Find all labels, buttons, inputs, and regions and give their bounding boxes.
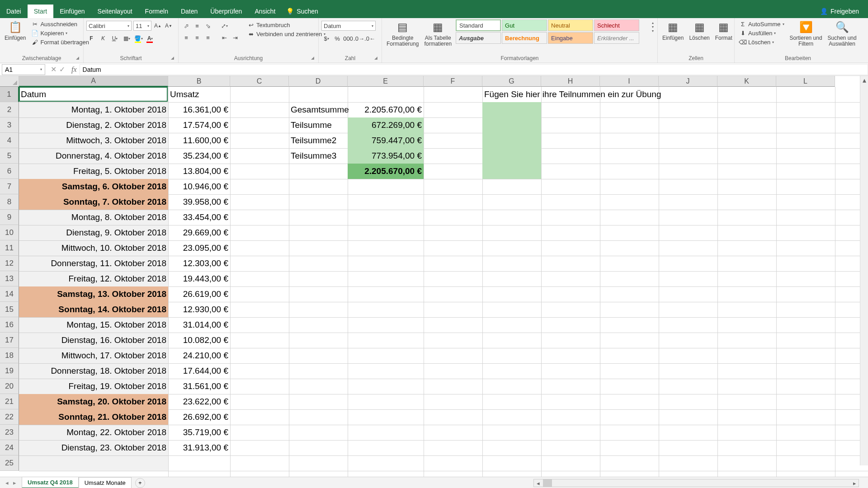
font-color-button[interactable]: A▾ xyxy=(145,33,155,43)
tab-formeln[interactable]: Formeln xyxy=(139,5,175,18)
formula-bar[interactable]: Datum xyxy=(80,64,868,75)
row-header-7[interactable]: 7 xyxy=(0,179,19,194)
cell-A2[interactable]: Montag, 1. Oktober 2018 xyxy=(19,102,168,117)
row-header-17[interactable]: 17 xyxy=(0,333,19,348)
cell-B11[interactable]: 23.095,00 € xyxy=(168,240,230,256)
cell-styles-gallery[interactable]: Standard Gut Neutral Schlecht Ausgabe Be… xyxy=(455,19,649,44)
cell-A16[interactable]: Montag, 15. Oktober 2018 xyxy=(19,317,168,333)
align-right-button[interactable]: ≡ xyxy=(203,33,213,42)
cell-A13[interactable]: Freitag, 12. Oktober 2018 xyxy=(19,271,168,286)
cell-E3[interactable]: 672.269,00 € xyxy=(348,117,424,133)
column-header-F[interactable]: F xyxy=(424,76,482,87)
font-size-combo[interactable]: 11▾ xyxy=(133,21,151,31)
align-center-button[interactable]: ≡ xyxy=(192,33,202,42)
cell-E2[interactable]: 2.205.670,00 € xyxy=(348,102,424,117)
row-header-6[interactable]: 6 xyxy=(0,164,19,179)
cell-E4[interactable]: 759.447,00 € xyxy=(348,133,424,148)
column-header-C[interactable]: C xyxy=(230,76,289,87)
row-header-21[interactable]: 21 xyxy=(0,394,19,409)
cell-B12[interactable]: 12.303,00 € xyxy=(168,256,230,271)
column-header-J[interactable]: J xyxy=(659,76,717,87)
paste-button[interactable]: 📋 Einfügen xyxy=(3,19,28,42)
style-erklaerender[interactable]: Erklärender ... xyxy=(594,32,639,44)
row-header-15[interactable]: 15 xyxy=(0,302,19,317)
delete-cells-button[interactable]: ▦Löschen xyxy=(687,19,711,42)
style-standard[interactable]: Standard xyxy=(456,19,501,31)
name-box[interactable]: A1▾ xyxy=(2,64,45,75)
cell-A12[interactable]: Donnerstag, 11. Oktober 2018 xyxy=(19,256,168,271)
scroll-up-arrow[interactable]: ▴ xyxy=(860,76,868,84)
column-header-A[interactable]: A xyxy=(19,76,168,87)
cut-button[interactable]: ✂Ausschneiden xyxy=(29,20,91,28)
row-header-13[interactable]: 13 xyxy=(0,271,19,286)
format-painter-button[interactable]: 🖌Format übertragen xyxy=(29,38,91,46)
alignment-dialog-launcher[interactable]: ◢ xyxy=(311,56,316,61)
borders-button[interactable]: ▦▾ xyxy=(122,33,132,43)
row-header-8[interactable]: 8 xyxy=(0,194,19,210)
tell-me-search[interactable]: 💡 Suchen xyxy=(282,5,322,18)
worksheet-grid[interactable]: ABCDEFGHIJKL 123456789101112131415161718… xyxy=(0,76,868,477)
row-header-5[interactable]: 5 xyxy=(0,148,19,164)
clear-button[interactable]: ⌫Löschen▾ xyxy=(737,38,786,46)
select-all-corner[interactable] xyxy=(0,76,19,87)
increase-indent-button[interactable]: ⇥ xyxy=(230,33,240,42)
cell-B10[interactable]: 29.669,00 € xyxy=(168,225,230,240)
vertical-scrollbar[interactable]: ▴ xyxy=(860,76,868,465)
fill-button[interactable]: ⬇Ausfüllen▾ xyxy=(737,29,786,37)
percent-format-button[interactable]: % xyxy=(332,33,342,43)
format-cells-button[interactable]: ▦Format xyxy=(713,19,734,42)
cell-B1[interactable]: Umsatz xyxy=(168,87,230,102)
cell-B9[interactable]: 33.454,00 € xyxy=(168,210,230,225)
row-header-23[interactable]: 23 xyxy=(0,425,19,440)
cell-B19[interactable]: 17.644,00 € xyxy=(168,363,230,379)
cell-A24[interactable]: Dienstag, 23. Oktober 2018 xyxy=(19,440,168,455)
wrap-text-button[interactable]: ↩Textumbruch xyxy=(245,21,327,29)
orientation-button[interactable]: ⤢▾ xyxy=(219,21,229,31)
cell-A11[interactable]: Mittwoch, 10. Oktober 2018 xyxy=(19,240,168,256)
cell-A5[interactable]: Donnerstag, 4. Oktober 2018 xyxy=(19,148,168,164)
row-header-3[interactable]: 3 xyxy=(0,117,19,133)
accept-formula-button[interactable]: ✓ xyxy=(59,65,65,74)
cell-D3[interactable]: Teilsumme xyxy=(289,117,348,133)
fill-color-button[interactable]: 🪣▾ xyxy=(133,33,143,43)
column-header-E[interactable]: E xyxy=(348,76,424,87)
cell-B24[interactable]: 31.913,00 € xyxy=(168,440,230,455)
row-header-1[interactable]: 1 xyxy=(0,87,19,102)
tab-einfuegen[interactable]: Einfügen xyxy=(53,5,91,18)
cell-D5[interactable]: Teilsumme3 xyxy=(289,148,348,164)
row-header-4[interactable]: 4 xyxy=(0,133,19,148)
style-neutral[interactable]: Neutral xyxy=(548,19,593,31)
sort-filter-button[interactable]: 🔽Sortieren und Filtern xyxy=(788,19,824,48)
column-header-K[interactable]: K xyxy=(717,76,776,87)
cell-E5[interactable]: 773.954,00 € xyxy=(348,148,424,164)
cell-A20[interactable]: Freitag, 19. Oktober 2018 xyxy=(19,379,168,394)
sheet-nav-first[interactable]: ◂ xyxy=(5,479,9,486)
cell-B7[interactable]: 10.946,00 € xyxy=(168,179,230,194)
styles-more[interactable]: ▾ xyxy=(652,29,654,33)
font-name-combo[interactable]: Calibri▾ xyxy=(86,21,132,31)
cell-D4[interactable]: Teilsumme2 xyxy=(289,133,348,148)
sheet-tab-active[interactable]: Umsatz Q4 2018 xyxy=(22,477,79,488)
merge-center-button[interactable]: ⬌Verbinden und zentrieren▾ xyxy=(245,30,327,38)
column-header-G[interactable]: G xyxy=(482,76,541,87)
cell-B15[interactable]: 12.930,00 € xyxy=(168,302,230,317)
decrease-decimal-button[interactable]: .0← xyxy=(365,33,375,43)
cell-B6[interactable]: 13.804,00 € xyxy=(168,164,230,179)
row-header-11[interactable]: 11 xyxy=(0,240,19,256)
tab-ueberpruefen[interactable]: Überprüfen xyxy=(204,5,248,18)
cell-B20[interactable]: 31.561,00 € xyxy=(168,379,230,394)
bold-button[interactable]: F xyxy=(86,33,96,43)
cell-A7[interactable]: Samstag, 6. Oktober 2018 xyxy=(19,179,168,194)
cell-B14[interactable]: 26.619,00 € xyxy=(168,286,230,302)
style-gut[interactable]: Gut xyxy=(502,19,547,31)
find-select-button[interactable]: 🔍Suchen und Auswählen xyxy=(826,19,859,48)
horizontal-scrollbar[interactable]: ◂▸ xyxy=(533,479,859,487)
cell-G3[interactable] xyxy=(482,117,541,133)
font-dialog-launcher[interactable]: ◢ xyxy=(171,56,176,61)
align-bottom-button[interactable]: ⬂ xyxy=(203,21,213,31)
row-header-25[interactable]: 25 xyxy=(0,455,19,471)
add-sheet-button[interactable]: + xyxy=(135,478,145,488)
style-schlecht[interactable]: Schlecht xyxy=(594,19,639,31)
autosum-button[interactable]: ΣAutoSumme▾ xyxy=(737,20,786,28)
row-header-12[interactable]: 12 xyxy=(0,256,19,271)
